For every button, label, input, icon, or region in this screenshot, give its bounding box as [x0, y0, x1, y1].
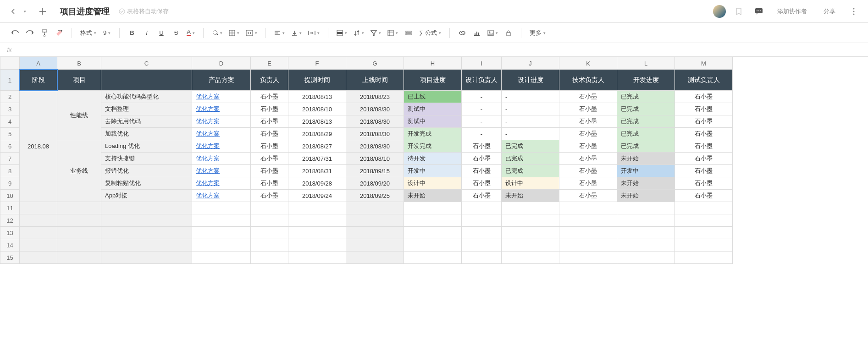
cell-K3[interactable]: 石小墨: [559, 103, 617, 115]
cell-I12[interactable]: [462, 214, 502, 227]
cell-L2[interactable]: 已完成: [617, 91, 675, 103]
cell-E10[interactable]: 石小墨: [251, 190, 288, 202]
document-title[interactable]: 项目进度管理: [60, 6, 110, 17]
insert-rows-button[interactable]: [335, 27, 349, 39]
cell-F4[interactable]: 2018/08/13: [288, 115, 346, 128]
borders-button[interactable]: [227, 27, 241, 39]
cell-M6[interactable]: 石小墨: [675, 140, 733, 153]
cell-K4[interactable]: 石小墨: [559, 115, 617, 128]
cell-E1[interactable]: 负责人: [251, 70, 288, 91]
cell-D6[interactable]: 优化方案: [192, 140, 251, 153]
cell-A14[interactable]: [20, 239, 57, 252]
cell-C13[interactable]: [101, 227, 192, 239]
cell-F9[interactable]: 2018/09/28: [288, 177, 346, 190]
cell-F5[interactable]: 2018/08/29: [288, 128, 346, 140]
cell-D11[interactable]: [192, 202, 251, 214]
column-header-I[interactable]: I: [462, 57, 502, 70]
cell-M1[interactable]: 测试负责人: [675, 70, 733, 91]
plan-link[interactable]: 优化方案: [196, 167, 220, 174]
cell-C6[interactable]: Loading 优化: [101, 140, 192, 153]
fill-color-button[interactable]: [210, 27, 224, 39]
cell-E6[interactable]: 石小墨: [251, 140, 288, 153]
cell-B11[interactable]: [57, 202, 101, 214]
image-button[interactable]: [486, 27, 500, 39]
row-header-3[interactable]: 3: [0, 103, 20, 115]
cell-I4[interactable]: -: [462, 115, 502, 128]
cell-K12[interactable]: [559, 214, 617, 227]
cell-I6[interactable]: 石小墨: [462, 140, 502, 153]
cell-I2[interactable]: -: [462, 91, 502, 103]
cell-H2[interactable]: 已上线: [404, 91, 462, 103]
cell-C12[interactable]: [101, 214, 192, 227]
cell-I3[interactable]: -: [462, 103, 502, 115]
cell-D2[interactable]: 优化方案: [192, 91, 251, 103]
cell-G9[interactable]: 2018/09/20: [346, 177, 404, 190]
text-color-button[interactable]: A: [185, 27, 197, 39]
cell-I13[interactable]: [462, 227, 502, 239]
cell-M7[interactable]: 石小墨: [675, 153, 733, 165]
column-header-F[interactable]: F: [288, 57, 346, 70]
cell-I9[interactable]: 石小墨: [462, 177, 502, 190]
cell-I14[interactable]: [462, 239, 502, 252]
plan-link[interactable]: 优化方案: [196, 105, 220, 112]
cell-M10[interactable]: 石小墨: [675, 190, 733, 202]
cell-M5[interactable]: 石小墨: [675, 128, 733, 140]
cell-A1[interactable]: 阶段: [20, 70, 57, 91]
cell-F8[interactable]: 2018/08/31: [288, 165, 346, 177]
cell-L9[interactable]: 未开始: [617, 177, 675, 190]
more-dropdown[interactable]: 更多: [528, 27, 547, 39]
cell-G1[interactable]: 上线时间: [346, 70, 404, 91]
cell-L14[interactable]: [617, 239, 675, 252]
plan-link[interactable]: 优化方案: [196, 180, 220, 186]
cell-G4[interactable]: 2018/08/30: [346, 115, 404, 128]
cell-H10[interactable]: 未开始: [404, 190, 462, 202]
cell-D3[interactable]: 优化方案: [192, 103, 251, 115]
cell-B6[interactable]: 业务线: [57, 140, 101, 202]
cell-K5[interactable]: 石小墨: [559, 128, 617, 140]
cell-M11[interactable]: [675, 202, 733, 214]
cell-M12[interactable]: [675, 214, 733, 227]
cell-M9[interactable]: 石小墨: [675, 177, 733, 190]
cell-H8[interactable]: 开发中: [404, 165, 462, 177]
cell-F13[interactable]: [288, 227, 346, 239]
row-header-15[interactable]: 15: [0, 252, 20, 264]
cell-C4[interactable]: 去除无用代码: [101, 115, 192, 128]
plan-link[interactable]: 优化方案: [196, 192, 220, 199]
cell-I8[interactable]: 石小墨: [462, 165, 502, 177]
cell-L6[interactable]: 已完成: [617, 140, 675, 153]
cell-G6[interactable]: 2018/08/30: [346, 140, 404, 153]
cell-C8[interactable]: 报错优化: [101, 165, 192, 177]
cell-I15[interactable]: [462, 252, 502, 264]
cell-L15[interactable]: [617, 252, 675, 264]
cell-K8[interactable]: 石小墨: [559, 165, 617, 177]
cell-I10[interactable]: 石小墨: [462, 190, 502, 202]
cell-E12[interactable]: [251, 214, 288, 227]
row-header-11[interactable]: 11: [0, 202, 20, 214]
cell-E7[interactable]: 石小墨: [251, 153, 288, 165]
cell-I1[interactable]: 设计负责人: [462, 70, 502, 91]
cell-D15[interactable]: [192, 252, 251, 264]
cell-G12[interactable]: [346, 214, 404, 227]
cell-J15[interactable]: [502, 252, 559, 264]
column-header-J[interactable]: J: [502, 57, 559, 70]
sort-button[interactable]: [352, 27, 366, 39]
column-header-C[interactable]: C: [101, 57, 192, 70]
undo-button[interactable]: [9, 27, 21, 39]
row-header-14[interactable]: 14: [0, 239, 20, 252]
validation-button[interactable]: [403, 27, 415, 39]
select-all-corner[interactable]: [0, 57, 20, 70]
plan-link[interactable]: 优化方案: [196, 142, 220, 149]
cell-K14[interactable]: [559, 239, 617, 252]
cell-B12[interactable]: [57, 214, 101, 227]
font-size-dropdown[interactable]: 9: [101, 27, 113, 39]
plan-link[interactable]: 优化方案: [196, 93, 220, 100]
cell-F15[interactable]: [288, 252, 346, 264]
cell-M14[interactable]: [675, 239, 733, 252]
cell-J6[interactable]: 已完成: [502, 140, 559, 153]
formula-button[interactable]: ∑ 公式: [417, 27, 443, 39]
cell-E8[interactable]: 石小墨: [251, 165, 288, 177]
cell-M13[interactable]: [675, 227, 733, 239]
cell-H4[interactable]: 测试中: [404, 115, 462, 128]
lock-button[interactable]: [503, 27, 514, 39]
cell-H11[interactable]: [404, 202, 462, 214]
